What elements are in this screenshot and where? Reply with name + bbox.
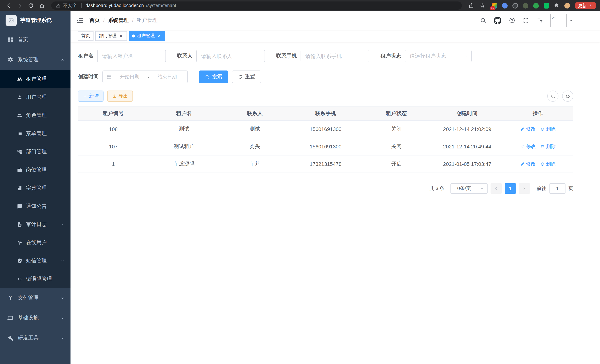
tag-tenant[interactable]: 租户管理 ×: [129, 31, 165, 41]
tag-home[interactable]: 首页: [78, 31, 94, 41]
system-submenu: 租户管理 用户管理 角色管理 菜单管理 部门管理 岗位管理: [0, 70, 71, 288]
extensions-puzzle-icon[interactable]: [553, 2, 560, 9]
extension-dark-icon[interactable]: [512, 2, 518, 9]
sidebar-item-label: 基础设施: [18, 315, 38, 321]
navbar-tools: [480, 14, 573, 27]
breadcrumb-system[interactable]: 系统管理: [108, 17, 129, 24]
table-row: 107 测试租户 秃头 15601691300 关闭 2021-12-14 20…: [78, 138, 573, 156]
goto-page-input[interactable]: [549, 183, 565, 194]
extension-blue-icon[interactable]: [501, 2, 508, 9]
sidebar-item-payment[interactable]: ¥ 支付管理: [0, 288, 71, 308]
sidebar-item-error-code[interactable]: 错误码管理: [0, 270, 71, 288]
contact-input[interactable]: [196, 50, 265, 62]
add-button[interactable]: 新增: [78, 91, 103, 102]
sidebar-collapse-icon[interactable]: [76, 17, 84, 24]
back-button[interactable]: [4, 1, 13, 10]
sidebar-item-label: 租户管理: [26, 75, 47, 82]
update-button[interactable]: 更新 ⋮: [575, 2, 596, 9]
tenant-name-input[interactable]: [97, 50, 166, 62]
edit-link[interactable]: 修改: [520, 143, 536, 150]
header-search-icon[interactable]: [480, 17, 487, 24]
next-page-button[interactable]: [519, 183, 530, 194]
export-button[interactable]: 导出: [107, 91, 133, 102]
close-icon[interactable]: ×: [157, 33, 162, 38]
row-actions: 修改 删除: [503, 156, 573, 173]
profile-avatar-icon[interactable]: [564, 2, 570, 9]
delete-link[interactable]: 删除: [540, 161, 556, 167]
extension-olive-icon[interactable]: [522, 2, 529, 9]
font-size-icon[interactable]: [536, 17, 543, 24]
active-dot: [132, 34, 135, 37]
mobile-input[interactable]: [300, 50, 369, 62]
extension-colorful-icon[interactable]: 10: [491, 2, 497, 9]
tenant-id: 1: [78, 156, 149, 173]
app-logo[interactable]: 芋道管理系统: [0, 11, 71, 30]
sidebar-item-label: 用户管理: [26, 94, 47, 100]
sidebar-item-user[interactable]: 用户管理: [0, 88, 71, 106]
trash-icon: [540, 127, 544, 131]
page-size-select[interactable]: 10条/页: [450, 183, 488, 194]
sidebar-item-online-users[interactable]: 在线用户: [0, 233, 71, 252]
chevron-down-icon: [60, 336, 65, 340]
edit-link[interactable]: 修改: [520, 126, 536, 132]
chevron-left-icon: [494, 186, 498, 191]
security-label: 不安全: [63, 2, 77, 9]
share-button[interactable]: [466, 1, 476, 10]
extension-green-icon[interactable]: [533, 2, 539, 9]
page-unit-label: 页: [568, 185, 573, 192]
sidebar-item-dev-tools[interactable]: 研发工具: [0, 328, 71, 348]
sidebar-item-dept[interactable]: 部门管理: [0, 142, 71, 161]
forward-button[interactable]: [15, 1, 25, 10]
screen: 不安全 dashboard.yudao.iocoder.cn/system/te…: [0, 0, 600, 364]
sidebar-item-label: 在线用户: [26, 239, 47, 246]
edit-label: 修改: [526, 126, 536, 132]
home-button[interactable]: [37, 1, 47, 10]
tenant-created: 2021-01-05 17:03:47: [432, 156, 502, 173]
tenant-status: 开启: [361, 156, 432, 173]
delete-link[interactable]: 删除: [540, 143, 556, 150]
browser-toolbar: 不安全 dashboard.yudao.iocoder.cn/system/te…: [0, 0, 600, 11]
bookmark-star-button[interactable]: [478, 1, 487, 10]
sidebar-item-sms[interactable]: 短信管理: [0, 252, 71, 270]
column-header: 租户状态: [361, 106, 432, 120]
close-icon[interactable]: ×: [118, 33, 123, 38]
sidebar-item-menu[interactable]: 菜单管理: [0, 124, 71, 142]
status-select[interactable]: 请选择租户状态: [405, 50, 472, 62]
search-button[interactable]: 搜索: [199, 71, 228, 83]
reset-button[interactable]: 重置: [232, 71, 261, 83]
github-icon[interactable]: [494, 17, 501, 24]
column-header: 租户编号: [78, 106, 149, 120]
sidebar-item-audit-log[interactable]: 审计日志: [0, 215, 71, 233]
show-search-toggle-button[interactable]: [547, 91, 558, 102]
dashboard-icon: [7, 37, 13, 43]
date-range-picker[interactable]: 开始日期 - 结束日期: [103, 71, 188, 83]
user-icon: [17, 94, 22, 100]
help-icon[interactable]: [509, 17, 516, 24]
breadcrumb-home[interactable]: 首页: [89, 17, 100, 24]
sidebar-item-system[interactable]: 系统管理: [0, 50, 71, 70]
fullscreen-icon[interactable]: [523, 17, 529, 24]
sidebar-item-post[interactable]: 岗位管理: [0, 161, 71, 179]
sidebar-item-notice[interactable]: 通知公告: [0, 197, 71, 215]
extension-wechat-icon[interactable]: [543, 2, 550, 9]
tag-dept[interactable]: 部门管理 ×: [95, 31, 127, 41]
pagination: 共 3 条 10条/页 1 前往 页: [78, 183, 573, 194]
sidebar-item-infra[interactable]: 基础设施: [0, 308, 71, 328]
delete-label: 删除: [546, 126, 556, 132]
sidebar-item-tenant[interactable]: 租户管理: [0, 70, 71, 88]
prev-page-button[interactable]: [490, 183, 502, 194]
user-avatar-dropdown[interactable]: [550, 14, 573, 27]
shield-icon: [17, 258, 22, 263]
address-bar[interactable]: 不安全 dashboard.yudao.iocoder.cn/system/te…: [51, 1, 462, 10]
list-icon: [17, 131, 22, 136]
reload-button[interactable]: [26, 1, 36, 10]
edit-link[interactable]: 修改: [520, 161, 536, 167]
sidebar-item-dict[interactable]: 字典管理: [0, 179, 71, 197]
yen-icon: ¥: [7, 295, 13, 301]
page-number-button[interactable]: 1: [505, 183, 516, 194]
delete-link[interactable]: 删除: [540, 126, 556, 132]
refresh-table-button[interactable]: [562, 91, 573, 102]
sidebar-item-label: 部门管理: [26, 148, 47, 155]
sidebar-item-role[interactable]: 角色管理: [0, 106, 71, 124]
sidebar-item-home[interactable]: 首页: [0, 30, 71, 50]
